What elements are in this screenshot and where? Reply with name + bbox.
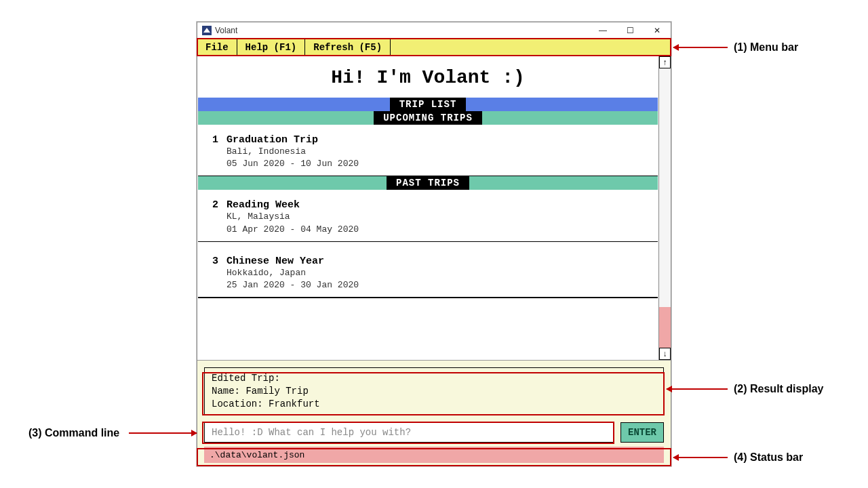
trip-location: Bali, Indonesia	[226, 146, 647, 158]
scroll-up-button[interactable]: ↑	[659, 56, 671, 68]
menu-refresh[interactable]: Refresh (F5)	[305, 39, 391, 56]
scroll-thumb[interactable]	[659, 307, 671, 348]
titlebar: Volant — ☐ ✕	[197, 22, 671, 39]
past-header: PAST TRIPS	[198, 176, 658, 190]
past-label: PAST TRIPS	[387, 176, 469, 190]
trip-list-header: TRIP LIST	[198, 98, 658, 111]
trip-location: Hokkaido, Japan	[226, 267, 647, 279]
upcoming-header: UPCOMING TRIPS	[198, 111, 658, 125]
arrow-to-cmd	[129, 432, 197, 434]
trip-dates: 01 Apr 2020 - 04 May 2020	[226, 224, 647, 236]
upcoming-label: UPCOMING TRIPS	[374, 111, 482, 125]
scroll-down-button[interactable]: ↓	[659, 348, 671, 360]
window-title: Volant	[215, 26, 589, 35]
arrow-to-result	[667, 388, 728, 390]
menu-help[interactable]: Help (F1)	[237, 39, 306, 56]
maximize-button[interactable]: ☐	[616, 22, 644, 39]
annotation-cmd: (3) Command line	[28, 427, 119, 439]
close-button[interactable]: ✕	[644, 22, 671, 39]
content-fill	[198, 298, 658, 360]
upcoming-trips-block: 1 Graduation Trip Bali, Indonesia 05 Jun…	[197, 125, 658, 176]
command-input[interactable]: Hello! :D What can I help you with?	[204, 422, 614, 443]
trip-title: Graduation Trip	[226, 134, 318, 146]
trip-card[interactable]: 2 Reading Week KL, Malaysia 01 Apr 2020 …	[198, 192, 658, 241]
trip-list-label: TRIP LIST	[390, 98, 467, 111]
menu-bar: File Help (F1) Refresh (F5)	[197, 39, 671, 56]
app-icon	[201, 25, 212, 36]
trip-dates: 25 Jan 2020 - 30 Jan 2020	[226, 279, 647, 291]
result-display: Edited Trip: Name: Family Trip Location:…	[204, 367, 664, 415]
arrow-to-status	[673, 457, 728, 458]
arrow-to-menu	[673, 47, 728, 48]
trip-index: 1	[209, 134, 218, 146]
content-wrap: Hi! I'm Volant :) TRIP LIST UPCOMING TRI…	[197, 56, 671, 360]
content-area: Hi! I'm Volant :) TRIP LIST UPCOMING TRI…	[197, 56, 658, 360]
minimize-button[interactable]: —	[589, 22, 616, 39]
trip-card[interactable]: 3 Chinese New Year Hokkaido, Japan 25 Ja…	[198, 249, 658, 298]
menu-file[interactable]: File	[197, 39, 237, 56]
trip-title: Reading Week	[226, 199, 300, 211]
annotation-result: (2) Result display	[734, 383, 823, 395]
past-trips-block: 2 Reading Week KL, Malaysia 01 Apr 2020 …	[197, 190, 658, 298]
trip-card[interactable]: 1 Graduation Trip Bali, Indonesia 05 Jun…	[198, 127, 658, 176]
trip-location: KL, Malaysia	[226, 211, 647, 223]
trip-dates: 05 Jun 2020 - 10 Jun 2020	[226, 158, 647, 170]
annotation-status: (4) Status bar	[734, 451, 803, 464]
greeting: Hi! I'm Volant :)	[197, 67, 658, 88]
annotation-menu: (1) Menu bar	[734, 41, 798, 54]
trip-index: 3	[209, 256, 218, 267]
status-bar: .\data\volant.json	[204, 447, 664, 463]
trip-title: Chinese New Year	[226, 256, 324, 267]
app-window: Volant — ☐ ✕ File Help (F1) Refresh (F5)…	[197, 22, 671, 466]
bottom-panel: Edited Trip: Name: Family Trip Location:…	[197, 360, 671, 466]
enter-button[interactable]: ENTER	[620, 422, 664, 443]
trip-index: 2	[209, 199, 218, 211]
scroll-track[interactable]	[659, 68, 671, 348]
scrollbar[interactable]: ↑ ↓	[658, 56, 671, 360]
